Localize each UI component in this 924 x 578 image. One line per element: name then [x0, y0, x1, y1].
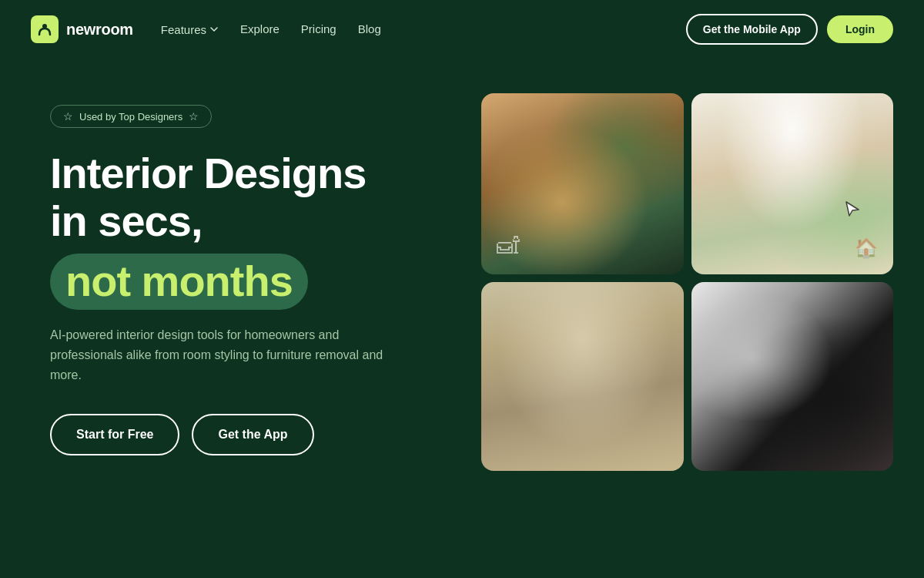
cursor-icon — [842, 199, 863, 220]
nav-item-blog[interactable]: Blog — [358, 22, 381, 36]
badge: ☆ Used by Top Designers ☆ — [50, 105, 212, 128]
hero-title: Interior Designs in secs, not months — [50, 150, 450, 310]
highlight-pill: not months — [50, 254, 308, 309]
nav-item-pricing[interactable]: Pricing — [301, 22, 336, 36]
star-icon-left: ☆ — [63, 110, 73, 123]
hero-image-grid — [481, 89, 893, 471]
chevron-down-icon — [209, 25, 219, 34]
svg-point-0 — [42, 24, 47, 29]
logo-icon — [31, 15, 59, 43]
hero-title-line1: Interior Designs — [50, 150, 450, 197]
nav-left: newroom Features Explore Pricing Blog — [31, 15, 381, 43]
hero-left: ☆ Used by Top Designers ☆ Interior Desig… — [50, 89, 450, 455]
logo[interactable]: newroom — [31, 15, 133, 43]
star-icon-right: ☆ — [189, 110, 199, 123]
image-living-room — [481, 93, 684, 274]
nav-right: Get the Mobile App Login — [686, 14, 893, 45]
image-sketch-dark — [691, 282, 894, 471]
hero-section: ☆ Used by Top Designers ☆ Interior Desig… — [0, 59, 924, 578]
features-link[interactable]: Features — [161, 23, 219, 36]
get-mobile-app-button[interactable]: Get the Mobile App — [686, 14, 818, 45]
nav-item-explore[interactable]: Explore — [240, 22, 280, 36]
hero-title-line2: in secs, not months — [50, 197, 450, 310]
login-button[interactable]: Login — [827, 15, 893, 43]
nav-links: Features Explore Pricing Blog — [161, 22, 381, 36]
logo-text: newroom — [66, 21, 133, 39]
nav-item-features[interactable]: Features — [161, 23, 219, 36]
navbar: newroom Features Explore Pricing Blog — [0, 0, 924, 59]
start-for-free-button[interactable]: Start for Free — [50, 414, 179, 455]
image-empty-room — [481, 282, 684, 471]
hero-description: AI-powered interior design tools for hom… — [50, 325, 404, 386]
hero-buttons: Start for Free Get the App — [50, 414, 450, 455]
get-the-app-button[interactable]: Get the App — [192, 414, 313, 455]
image-kitchen — [691, 93, 894, 274]
